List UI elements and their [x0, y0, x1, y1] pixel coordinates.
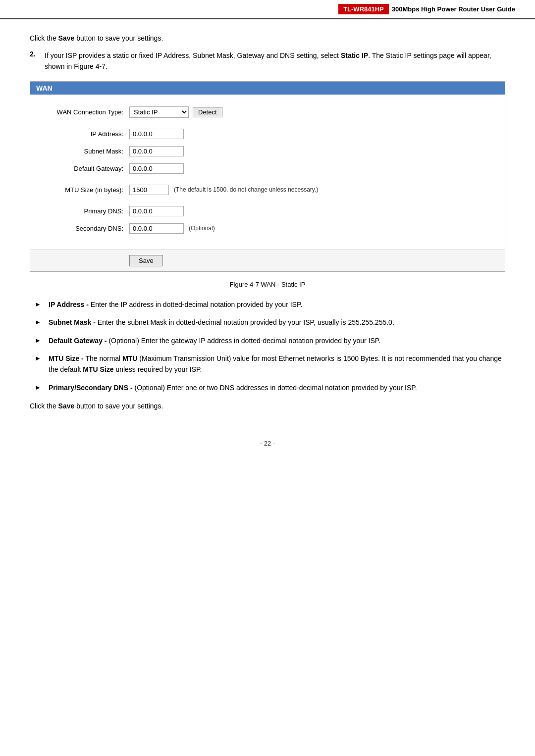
wan-body: WAN Connection Type: Static IP Detect IP… [30, 95, 505, 250]
detect-button[interactable]: Detect [193, 107, 222, 117]
page-header: TL-WR841HP 300Mbps High Power Router Use… [0, 0, 535, 19]
bullet-5-text: (Optional) Enter one or two DNS addresse… [135, 384, 417, 392]
primary-dns-input[interactable] [129, 206, 184, 216]
bullet-content-2: Subnet Mask - Enter the subnet Mask in d… [49, 317, 505, 328]
connection-type-control: Static IP Detect [129, 106, 222, 118]
subnet-mask-input[interactable] [129, 146, 184, 156]
bullet-arrow-3: ► [35, 336, 47, 346]
numbered-item-2: 2. If your ISP provides a static or fixe… [30, 50, 505, 72]
connection-type-select[interactable]: Static IP [129, 106, 189, 118]
item-number: 2. [30, 50, 45, 72]
bottom-save-bold: Save [58, 402, 75, 410]
wan-box: WAN WAN Connection Type: Static IP Detec… [30, 81, 505, 272]
item-text: If your ISP provides a static or fixed I… [45, 50, 505, 72]
bullet-content-5: Primary/Secondary DNS - (Optional) Enter… [49, 382, 505, 393]
bullet-default-gateway: ► Default Gateway - (Optional) Enter the… [35, 335, 505, 346]
bullet-ip-address: ► IP Address - Enter the IP address in d… [35, 299, 505, 310]
mtu-size-input[interactable] [129, 185, 169, 195]
bullet-1-text: Enter the IP address in dotted-decimal n… [91, 301, 303, 308]
subnet-mask-row: Subnet Mask: [40, 146, 495, 156]
bullet-2-text: Enter the subnet Mask in dotted-decimal … [98, 318, 394, 326]
bullet-5-bold: Primary/Secondary DNS - [49, 384, 133, 392]
secondary-dns-label: Secondary DNS: [40, 225, 129, 232]
bullet-2-bold: Subnet Mask - [49, 318, 96, 326]
model-badge: TL-WR841HP [338, 4, 389, 14]
bullet-dns: ► Primary/Secondary DNS - (Optional) Ent… [35, 382, 505, 393]
primary-dns-row: Primary DNS: [40, 206, 495, 216]
intro-paragraph: Click the Save button to save your setti… [30, 34, 505, 42]
bullet-arrow-2: ► [35, 317, 47, 328]
default-gateway-row: Default Gateway: [40, 163, 495, 174]
connection-type-label: WAN Connection Type: [40, 108, 129, 116]
bullet-content-3: Default Gateway - (Optional) Enter the g… [49, 335, 505, 346]
item-text-part1: If your ISP provides a static or fixed I… [45, 51, 341, 59]
secondary-dns-input[interactable] [129, 223, 184, 234]
ip-address-row: IP Address: [40, 129, 495, 139]
bullet-3-text: (Optional) Enter the gateway IP address … [108, 337, 380, 345]
intro-save-bold: Save [58, 34, 75, 42]
mtu-size-label: MTU Size (in bytes): [40, 186, 129, 194]
bottom-paragraph: Click the Save button to save your setti… [30, 402, 505, 410]
bullet-mtu-size: ► MTU Size - The normal MTU (Maximum Tra… [35, 353, 505, 375]
guide-title: 300Mbps High Power Router User Guide [392, 5, 515, 13]
bullet-arrow-4: ► [35, 353, 47, 364]
bullet-4-mtu-size-bold: MTU Size [83, 365, 113, 373]
page-number: - 22 - [30, 440, 505, 447]
default-gateway-input[interactable] [129, 163, 184, 174]
bullet-arrow-5: ► [35, 383, 47, 393]
ip-address-input[interactable] [129, 129, 184, 139]
bullet-4-text1: The normal [85, 354, 122, 362]
ip-address-label: IP Address: [40, 130, 129, 138]
mtu-hint: (The default is 1500, do not change unle… [174, 186, 318, 193]
secondary-dns-hint: (Optional) [189, 225, 215, 232]
bullet-list: ► IP Address - Enter the IP address in d… [35, 299, 505, 393]
bullet-4-mtu-bold: MTU [122, 354, 137, 362]
subnet-mask-label: Subnet Mask: [40, 148, 129, 155]
bullet-content-1: IP Address - Enter the IP address in dot… [49, 299, 505, 310]
bullet-content-4: MTU Size - The normal MTU (Maximum Trans… [49, 353, 505, 375]
main-content: Click the Save button to save your setti… [0, 29, 535, 467]
bullet-3-bold: Default Gateway - [49, 337, 107, 345]
item-static-ip-bold: Static IP [341, 51, 368, 59]
bullet-1-bold: IP Address - [49, 301, 89, 308]
primary-dns-label: Primary DNS: [40, 207, 129, 215]
wan-connection-type-row: WAN Connection Type: Static IP Detect [40, 106, 495, 118]
wan-header: WAN [30, 82, 505, 95]
wan-footer: Save [30, 250, 505, 271]
bullet-subnet-mask: ► Subnet Mask - Enter the subnet Mask in… [35, 317, 505, 328]
bullet-4-bold: MTU Size - [49, 354, 84, 362]
secondary-dns-row: Secondary DNS: (Optional) [40, 223, 495, 234]
mtu-size-row: MTU Size (in bytes): (The default is 150… [40, 185, 495, 195]
wan-save-button[interactable]: Save [129, 255, 163, 266]
default-gateway-label: Default Gateway: [40, 165, 129, 172]
bottom-text2: button to save your settings. [74, 402, 163, 410]
bullet-4-text3: unless required by your ISP. [114, 365, 202, 373]
figure-caption: Figure 4-7 WAN - Static IP [30, 281, 505, 288]
bullet-arrow-1: ► [35, 300, 47, 310]
intro-text2: button to save your settings. [74, 34, 163, 42]
